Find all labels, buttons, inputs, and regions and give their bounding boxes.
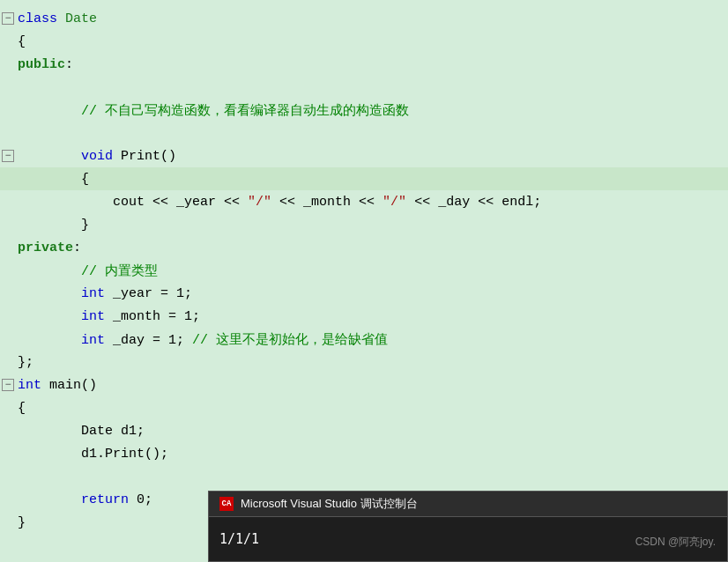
token-kw: void <box>81 149 113 164</box>
code-content: }; <box>16 355 728 370</box>
code-line-l8: { <box>0 167 728 190</box>
token-plain: Print() <box>113 149 176 164</box>
token-plain: main() <box>41 378 97 393</box>
code-content: { <box>16 34 728 49</box>
token-plain: d1.Print(); <box>81 447 168 462</box>
code-line-l12: // 内置类型 <box>0 259 728 282</box>
code-content: int _month = 1; <box>16 309 728 324</box>
token-comment: // 内置类型 <box>81 264 158 279</box>
code-line-l5: // 不自己写构造函数，看看编译器自动生成的构造函数 <box>0 99 728 122</box>
token-kw: class <box>18 11 57 26</box>
token-cls: Date <box>65 11 97 26</box>
code-line-l1: −class Date <box>0 7 728 30</box>
code-line-l19: Date d1; <box>0 419 728 442</box>
token-kw: int <box>81 309 105 324</box>
token-str: "/" <box>248 195 271 210</box>
terminal-icon: CA <box>219 497 234 511</box>
code-content: int _day = 1; // 这里不是初始化，是给缺省值 <box>16 331 728 348</box>
code-content: { <box>16 172 728 187</box>
code-line-l18: { <box>0 396 728 419</box>
code-content: cout << _year << "/" << _month << "/" <<… <box>16 195 728 210</box>
token-kw: int <box>18 378 41 393</box>
code-content: void Print() <box>16 149 728 164</box>
code-line-l17: −int main() <box>0 373 728 396</box>
code-line-l15: int _day = 1; // 这里不是初始化，是给缺省值 <box>0 328 728 351</box>
token-kw: int <box>81 286 105 301</box>
code-line-l10: } <box>0 213 728 236</box>
code-content: d1.Print(); <box>16 447 728 462</box>
token-section-label: private <box>18 240 73 255</box>
token-plain: Date d1; <box>81 424 145 439</box>
token-plain: } <box>81 218 89 233</box>
watermark: CSDN @阿亮joy. <box>635 535 716 550</box>
token-plain: { <box>18 401 26 416</box>
fold-icon[interactable]: − <box>2 12 14 25</box>
code-line-l14: int _month = 1; <box>0 305 728 328</box>
token-kw: int <box>81 333 105 348</box>
code-editor: −class Date{public: // 不自己写构造函数，看看编译器自动生… <box>0 0 728 562</box>
token-plain: << _month << <box>271 195 383 210</box>
code-content: // 不自己写构造函数，看看编译器自动生成的构造函数 <box>16 102 728 119</box>
code-line-l4 <box>0 76 728 99</box>
code-content: Date d1; <box>16 424 728 439</box>
code-line-l16: }; <box>0 351 728 373</box>
token-plain: : <box>65 57 73 72</box>
fold-icon[interactable]: − <box>2 150 14 162</box>
token-comment: // 不自己写构造函数，看看编译器自动生成的构造函数 <box>81 104 409 119</box>
token-plain: : <box>73 240 81 255</box>
code-line-l3: public: <box>0 53 728 76</box>
code-content: } <box>16 218 728 233</box>
code-content: int _year = 1; <box>16 286 728 301</box>
token-plain: }; <box>18 355 33 370</box>
token-plain: cout << _year << <box>113 195 248 210</box>
terminal-titlebar: CA Microsoft Visual Studio 调试控制台 <box>209 492 727 517</box>
token-plain: << _day << endl; <box>406 195 541 210</box>
token-plain: _day = 1; <box>105 333 192 348</box>
terminal-output: 1/1/1 <box>219 531 259 547</box>
fold-icon[interactable]: − <box>2 379 14 391</box>
code-content: class Date <box>16 11 728 26</box>
code-content: { <box>16 401 728 416</box>
code-line-l13: int _year = 1; <box>0 282 728 305</box>
code-content: private: <box>16 240 728 255</box>
code-content <box>16 126 728 141</box>
token-plain <box>57 11 65 26</box>
token-plain: _month = 1; <box>105 309 200 324</box>
code-line-l9: cout << _year << "/" << _month << "/" <<… <box>0 190 728 213</box>
token-kw: return <box>81 492 129 507</box>
token-comment: // 这里不是初始化，是给缺省值 <box>192 333 388 348</box>
code-line-l21 <box>0 465 728 488</box>
token-str: "/" <box>383 195 406 210</box>
code-content <box>16 470 728 484</box>
terminal-title: Microsoft Visual Studio 调试控制台 <box>241 496 418 512</box>
token-plain: } <box>18 515 26 530</box>
code-line-l6 <box>0 122 728 144</box>
code-content: int main() <box>16 378 728 393</box>
token-plain: _year = 1; <box>105 286 192 301</box>
code-line-l2: { <box>0 30 728 53</box>
code-line-l11: private: <box>0 236 728 259</box>
code-content <box>16 80 728 95</box>
token-plain: { <box>81 172 89 187</box>
token-plain: { <box>18 34 26 49</box>
code-line-l7: − void Print() <box>0 144 728 167</box>
code-content: // 内置类型 <box>16 263 728 279</box>
code-line-l20: d1.Print(); <box>0 442 728 465</box>
terminal-window: CA Microsoft Visual Studio 调试控制台 1/1/1 <box>208 491 728 562</box>
token-plain: 0; <box>129 492 152 507</box>
code-content: public: <box>16 57 728 72</box>
token-section-label: public <box>18 57 65 72</box>
